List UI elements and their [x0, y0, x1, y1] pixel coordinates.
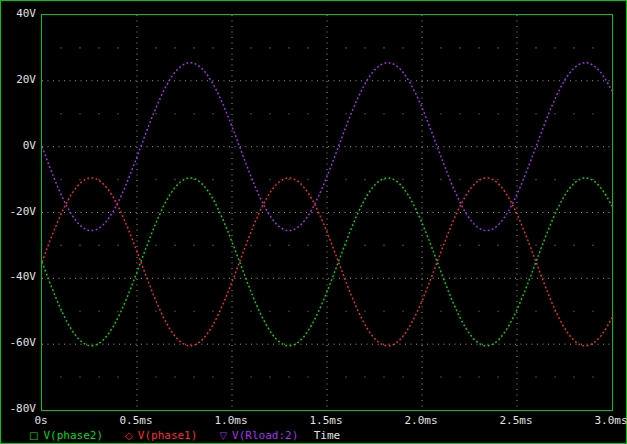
minor-grid-dot [79, 245, 81, 247]
y-tick-label: -40V [1, 271, 36, 283]
minor-grid-dot [98, 311, 100, 313]
minor-grid-dot [440, 245, 442, 247]
minor-grid-dot [573, 245, 575, 247]
minor-grid-dot [383, 179, 385, 181]
minor-grid-dot [573, 47, 575, 49]
minor-grid-dot [459, 47, 461, 49]
minor-grid-dot [345, 376, 347, 378]
minor-grid-dot [155, 47, 157, 49]
minor-grid-dot [288, 179, 290, 181]
minor-grid-dot [383, 376, 385, 378]
minor-grid-dot [269, 245, 271, 247]
minor-grid-dot [573, 113, 575, 115]
minor-grid-dot [212, 47, 214, 49]
minor-grid-dot [364, 376, 366, 378]
minor-grid-dot [174, 311, 176, 313]
minor-grid-dot [60, 113, 62, 115]
minor-grid-dot [478, 376, 480, 378]
minor-grid-dot [592, 376, 594, 378]
x-tick-label: 2.5ms [499, 415, 532, 427]
minor-grid-dot [250, 376, 252, 378]
minor-grid-dot [573, 179, 575, 181]
minor-grid-dot [535, 376, 537, 378]
minor-grid-dot [98, 376, 100, 378]
minor-grid-dot [250, 311, 252, 313]
minor-grid-dot [98, 113, 100, 115]
minor-grid-dot [193, 245, 195, 247]
minor-grid-dot [345, 179, 347, 181]
minor-grid-dot [117, 245, 119, 247]
minor-grid-dot [535, 179, 537, 181]
minor-grid-dot [535, 113, 537, 115]
minor-grid-dot [269, 113, 271, 115]
minor-grid-dot [554, 245, 556, 247]
minor-grid-dot [383, 47, 385, 49]
minor-grid-dot [440, 47, 442, 49]
y-tick-label: -80V [1, 403, 36, 415]
minor-grid-dot [307, 311, 309, 313]
minor-grid-dot [60, 179, 62, 181]
y-tick-label: -60V [1, 337, 36, 349]
minor-grid-dot [193, 376, 195, 378]
minor-grid-dot [193, 47, 195, 49]
minor-grid-dot [269, 179, 271, 181]
minor-grid-dot [174, 245, 176, 247]
minor-grid-dot [592, 245, 594, 247]
minor-grid-dot [440, 311, 442, 313]
x-tick-label: 0s [34, 415, 47, 427]
x-tick-label: 2.0ms [404, 415, 437, 427]
minor-grid-dot [554, 179, 556, 181]
minor-grid-dot [60, 47, 62, 49]
minor-grid-dot [459, 179, 461, 181]
minor-grid-dot [307, 47, 309, 49]
minor-grid-dot [174, 113, 176, 115]
minor-grid-dot [459, 376, 461, 378]
minor-grid-dot [174, 179, 176, 181]
minor-grid-dot [497, 311, 499, 313]
minor-grid-dot [383, 245, 385, 247]
minor-grid-dot [212, 113, 214, 115]
minor-grid-dot [79, 311, 81, 313]
minor-grid-dot [364, 311, 366, 313]
y-tick-label: 20V [1, 74, 36, 86]
minor-grid-dot [592, 47, 594, 49]
minor-grid-dot [98, 47, 100, 49]
minor-grid-dot [288, 245, 290, 247]
minor-grid-dot [98, 179, 100, 181]
minor-grid-dot [497, 113, 499, 115]
minor-grid-dot [307, 179, 309, 181]
minor-grid-dot [497, 47, 499, 49]
minor-grid-dot [79, 47, 81, 49]
minor-grid-dot [345, 47, 347, 49]
plot-area[interactable] [41, 14, 613, 411]
minor-grid-dot [250, 47, 252, 49]
minor-grid-dot [117, 113, 119, 115]
probe-screen: 40V20V0V-20V-40V-60V-80V 0s0.5ms1.0ms1.5… [0, 0, 627, 444]
y-tick-label: 0V [1, 140, 36, 152]
minor-grid-dot [307, 113, 309, 115]
minor-grid-dot [383, 311, 385, 313]
minor-grid-dot [269, 47, 271, 49]
minor-grid-dot [535, 245, 537, 247]
trace-V(phase2) [42, 178, 612, 346]
x-axis-labels: 0s0.5ms1.0ms1.5ms2.0ms2.5ms3.0ms [1, 415, 627, 428]
minor-grid-dot [440, 376, 442, 378]
y-tick-label: -20V [1, 206, 36, 218]
x-tick-label: 1.0ms [214, 415, 247, 427]
minor-grid-dot [60, 245, 62, 247]
minor-grid-dot [364, 245, 366, 247]
minor-grid-dot [402, 311, 404, 313]
minor-grid-dot [307, 245, 309, 247]
x-axis-title: Time [41, 429, 613, 442]
minor-grid-dot [402, 179, 404, 181]
minor-grid-dot [155, 113, 157, 115]
minor-grid-dot [212, 245, 214, 247]
minor-grid-dot [459, 311, 461, 313]
minor-grid-dot [117, 376, 119, 378]
minor-grid-dot [478, 245, 480, 247]
minor-grid-dot [98, 245, 100, 247]
minor-grid-dot [288, 376, 290, 378]
minor-grid-dot [440, 113, 442, 115]
minor-grid-dot [288, 47, 290, 49]
minor-grid-dot [60, 311, 62, 313]
